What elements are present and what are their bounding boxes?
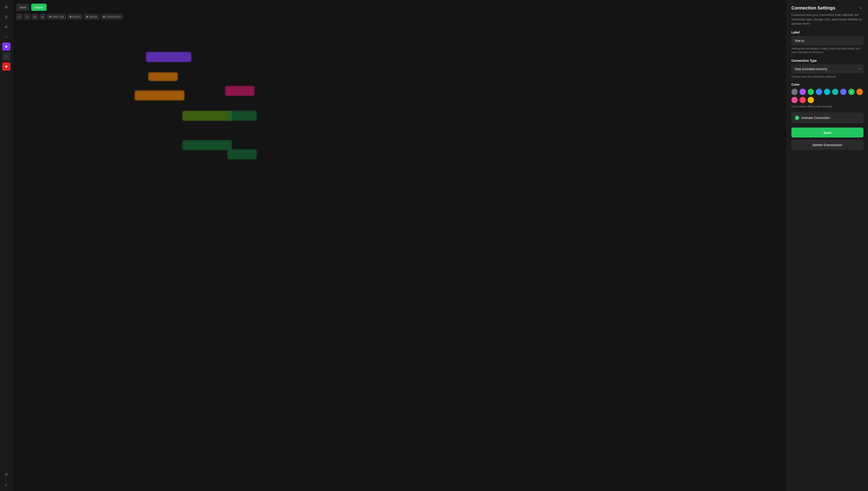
delete-connection-button[interactable]: Delete Connection <box>792 140 864 150</box>
animate-connection-toggle[interactable]: Animate Connection <box>792 113 864 123</box>
teal-color-dot[interactable] <box>832 89 838 95</box>
deploy-button[interactable]: Deploy <box>31 4 46 11</box>
green-color-dot[interactable] <box>808 89 814 95</box>
toolbar: Save Deploy <box>16 4 46 11</box>
panel-title: Connection Settings <box>792 5 835 11</box>
close-button[interactable]: × <box>858 5 864 11</box>
green-check-color-dot[interactable] <box>848 89 855 95</box>
gray-color-dot[interactable] <box>792 89 798 95</box>
canvas-node-n6[interactable] <box>227 111 257 121</box>
grid-icon[interactable]: ⊞ <box>32 13 38 20</box>
sidebar: ⊞ ◎ ⊕ ＋ ■ □ ■ ⊟ ↙ <box>0 0 13 491</box>
label-input[interactable] <box>792 36 864 45</box>
canvas-node-n3[interactable] <box>135 90 184 100</box>
color-hint: Color choice affects only the label <box>792 105 864 108</box>
pink-color-dot[interactable] <box>792 97 798 103</box>
connection-type-title: Connection Type <box>792 59 864 62</box>
make-tag-button[interactable]: Make Tag <box>47 14 66 20</box>
color-grid <box>792 89 864 103</box>
canvas-node-n4[interactable] <box>182 111 232 121</box>
target-icon[interactable]: ⊕ <box>2 23 10 31</box>
connection-type-select[interactable]: Step (rounded corners)StraightBezierSmoo… <box>792 65 864 73</box>
panel-description: Customize how your connections look. Add… <box>792 13 864 26</box>
save-button[interactable]: Save <box>792 127 864 138</box>
plus-icon[interactable]: ＋ <box>2 33 10 41</box>
canvas-node-n5[interactable] <box>225 86 254 96</box>
canvas-area: Save Deploy ↩ ✏ ⊞ ⊟ Make Tag Nodes Agent… <box>13 0 786 491</box>
label-hint: Adding text will display a label. Leave … <box>792 47 864 55</box>
layers-icon[interactable]: ⊟ <box>2 470 10 478</box>
minus-icon[interactable]: ⊟ <box>39 13 46 20</box>
cyan-color-dot[interactable] <box>824 89 830 95</box>
canvas-node-n1[interactable] <box>146 52 191 62</box>
toolbar2: ↩ ✏ ⊞ ⊟ Make Tag Nodes Agents Connection… <box>16 13 123 20</box>
connection-settings-panel: Connection Settings × Customize how your… <box>786 0 868 491</box>
hot-pink-color-dot[interactable] <box>800 97 806 103</box>
canvas-node-n8[interactable] <box>227 149 257 159</box>
edit-icon[interactable]: ✏ <box>24 13 30 20</box>
animate-check-icon <box>795 116 799 120</box>
purple-node-icon[interactable]: ■ <box>2 42 10 51</box>
gray-node-icon[interactable]: □ <box>2 53 10 61</box>
indigo-color-dot[interactable] <box>840 89 846 95</box>
yellow-color-dot[interactable] <box>808 97 814 103</box>
connection-type-hint: Choose how the connection behaves <box>792 75 864 78</box>
connections-tag-button[interactable]: Connections <box>101 14 123 20</box>
undo-icon[interactable]: ↩ <box>16 13 23 20</box>
arrow-down-icon[interactable]: ↙ <box>2 480 10 488</box>
save-button[interactable]: Save <box>16 4 29 11</box>
nodes-tag-button[interactable]: Nodes <box>67 14 83 20</box>
purple-color-dot[interactable] <box>800 89 806 95</box>
red-node-icon[interactable]: ■ <box>2 62 10 70</box>
canvas-node-n7[interactable] <box>182 140 232 150</box>
color-section-title: Color <box>792 83 864 86</box>
animate-label: Animate Connection <box>802 116 830 120</box>
circle-icon[interactable]: ◎ <box>2 13 10 21</box>
label-section-title: Label <box>792 31 864 34</box>
agents-tag-button[interactable]: Agents <box>84 14 99 20</box>
panel-header: Connection Settings × <box>792 5 864 11</box>
home-icon[interactable]: ⊞ <box>2 3 10 11</box>
connection-type-wrapper: Step (rounded corners)StraightBezierSmoo… <box>792 65 864 73</box>
orange-color-dot[interactable] <box>857 89 863 95</box>
blue-color-dot[interactable] <box>816 89 822 95</box>
canvas-node-n2[interactable] <box>148 73 178 81</box>
